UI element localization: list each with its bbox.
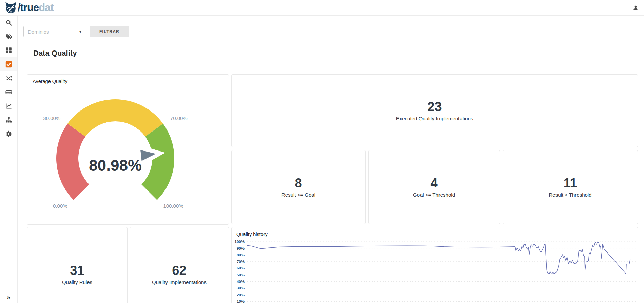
result-lt-threshold-card: 11 Result < Threshold [503,150,638,224]
stat-value: 8 [295,177,302,189]
app-header: /truedat [0,0,644,16]
filtrar-button[interactable]: FILTRAR [90,26,129,37]
main-content: Dominios ▼ FILTRAR Data Quality Average … [18,16,644,303]
grid-icon [5,47,12,54]
svg-text:100.00%: 100.00% [163,203,183,209]
stat-value: 4 [430,177,437,189]
svg-text:80%: 80% [237,253,245,257]
quality-rules-card: 31 Quality Rules [27,227,128,303]
average-quality-gauge: 0.00%30.00%70.00%100.00%80.98% [27,75,229,224]
stat-label: Quality Rules [62,279,92,285]
svg-text:30%: 30% [237,286,245,290]
quality-implementations-card: 62 Quality Implementations [130,227,229,303]
user-menu-button[interactable] [632,4,639,12]
svg-text:40%: 40% [237,280,245,284]
brand-text: /truedat [18,2,54,13]
tags-icon [5,33,12,40]
svg-text:70%: 70% [237,260,245,264]
svg-text:100%: 100% [235,240,245,244]
svg-text:80.98%: 80.98% [89,157,142,174]
stat-value: 11 [563,177,577,189]
svg-text:20%: 20% [237,293,245,297]
search-icon [5,19,12,26]
page-title: Data Quality [33,49,77,58]
sidebar-item-settings[interactable] [0,127,17,141]
stat-label: Quality Implementations [152,279,207,285]
svg-text:10%: 10% [237,299,245,303]
quality-history-chart: 100%90%80%70%60%50%40%30%20%10% [232,227,638,303]
domain-select-placeholder: Dominios [28,29,49,35]
check-square-icon [5,61,12,68]
stat-value: 31 [70,264,84,277]
stat-label: Result < Threshold [549,192,591,198]
double-chevron-right-icon: » [7,294,10,301]
brand-secondary: dat [39,2,54,14]
svg-text:50%: 50% [237,273,245,277]
stat-label: Goal >= Threshold [413,192,455,198]
svg-text:60%: 60% [237,266,245,270]
stat-value: 62 [172,264,186,277]
sidebar-item-modules[interactable] [0,43,17,57]
sidebar-item-systems[interactable] [0,85,17,99]
hard-drive-icon [5,89,12,96]
quality-history-card: Quality history 100%90%80%70%60%50%40%30… [231,227,638,303]
user-icon [633,5,638,11]
average-quality-card: Average Quality 0.00%30.00%70.00%100.00%… [27,74,229,225]
sidebar-item-lineage[interactable] [0,71,17,85]
result-ge-goal-card: 8 Result >= Goal [231,150,366,224]
svg-text:90%: 90% [237,246,245,250]
sidebar-item-search[interactable] [0,16,17,29]
truedat-logo[interactable]: /truedat [5,2,54,14]
stat-label: Executed Quality Implementations [396,116,473,121]
caret-down-icon: ▼ [79,30,82,34]
owl-logo-icon [5,2,17,14]
shuffle-icon [5,75,12,82]
sidebar-item-quality[interactable] [0,57,17,71]
truedat-dashboard: /truedat [0,0,644,303]
svg-text:70.00%: 70.00% [170,115,188,121]
stat-label: Result >= Goal [281,192,315,198]
sidebar-item-dashboards[interactable] [0,99,17,113]
sidebar: » [0,16,18,303]
chart-line-icon [5,103,12,109]
goal-ge-threshold-card: 4 Goal >= Threshold [368,150,500,224]
svg-text:0.00%: 0.00% [53,203,67,209]
sidebar-item-domains[interactable] [0,113,17,127]
svg-text:30.00%: 30.00% [43,115,60,121]
sitemap-icon [5,117,12,123]
sidebar-item-tags[interactable] [0,29,17,43]
domain-select[interactable]: Dominios ▼ [23,26,86,37]
stat-value: 23 [427,100,442,113]
gear-icon [5,130,12,137]
brand-primary: /true [18,2,39,14]
collapse-sidebar-button[interactable]: » [0,294,17,301]
executed-implementations-card: 23 Executed Quality Implementations [231,74,638,147]
